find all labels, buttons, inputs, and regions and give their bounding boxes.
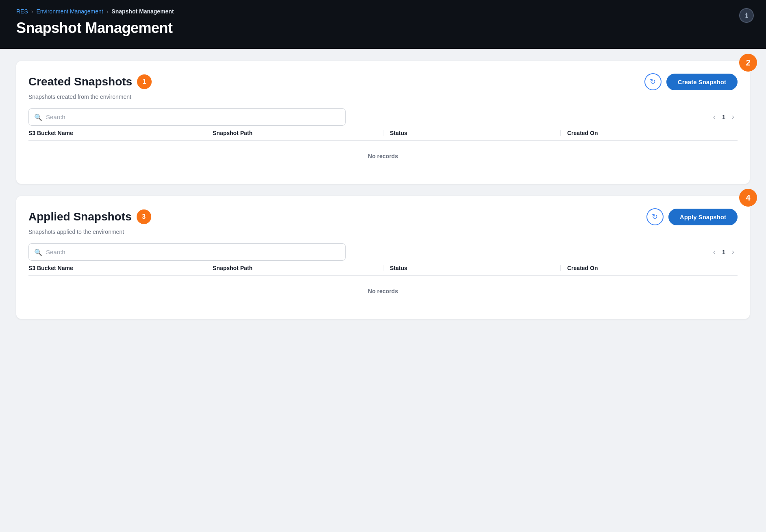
refresh-icon: ↻ bbox=[650, 77, 656, 86]
created-col-s3-bucket: S3 Bucket Name bbox=[28, 130, 206, 136]
created-prev-page[interactable]: ‹ bbox=[710, 111, 719, 123]
breadcrumb: RES › Environment Management › Snapshot … bbox=[16, 8, 750, 15]
applied-step-badge: 4 bbox=[739, 189, 757, 207]
applied-description: Snapshots applied to the environment bbox=[28, 229, 738, 235]
applied-search-wrapper: 🔍 bbox=[28, 243, 346, 261]
breadcrumb-snapshot-mgmt: Snapshot Management bbox=[111, 8, 174, 15]
applied-next-page[interactable]: › bbox=[729, 246, 738, 258]
created-card-header: Created Snapshots 1 ↻ Create Snapshot bbox=[28, 73, 738, 90]
applied-snapshots-card: 4 Applied Snapshots 3 ↻ Apply Snapshot S… bbox=[16, 196, 750, 319]
created-table-header: S3 Bucket Name Snapshot Path Status Crea… bbox=[28, 126, 738, 141]
applied-search-input[interactable] bbox=[28, 243, 346, 261]
applied-search-icon: 🔍 bbox=[34, 248, 42, 256]
created-snapshots-card: 2 Created Snapshots 1 ↻ Create Snapshot … bbox=[16, 61, 750, 184]
page-title: Snapshot Management bbox=[16, 20, 750, 37]
applied-no-records: No records bbox=[28, 276, 738, 307]
applied-table-header: S3 Bucket Name Snapshot Path Status Crea… bbox=[28, 261, 738, 276]
applied-refresh-icon: ↻ bbox=[652, 212, 658, 221]
breadcrumb-sep-2: › bbox=[107, 8, 109, 15]
breadcrumb-res[interactable]: RES bbox=[16, 8, 28, 15]
created-badge: 1 bbox=[137, 74, 152, 89]
created-description: Snapshots created from the environment bbox=[28, 94, 738, 100]
created-step-badge: 2 bbox=[739, 54, 757, 72]
created-search-icon: 🔍 bbox=[34, 113, 42, 121]
applied-col-snapshot-path: Snapshot Path bbox=[206, 265, 383, 271]
created-title-section: Created Snapshots 1 bbox=[28, 74, 152, 89]
created-search-row: 🔍 ‹ 1 › bbox=[28, 108, 738, 126]
page-header: RES › Environment Management › Snapshot … bbox=[0, 0, 766, 49]
applied-col-s3-bucket: S3 Bucket Name bbox=[28, 265, 206, 271]
created-refresh-button[interactable]: ↻ bbox=[644, 73, 662, 90]
created-search-wrapper: 🔍 bbox=[28, 108, 346, 126]
created-snapshots-title: Created Snapshots bbox=[28, 75, 132, 88]
apply-snapshot-button[interactable]: Apply Snapshot bbox=[668, 209, 738, 225]
main-content: 2 Created Snapshots 1 ↻ Create Snapshot … bbox=[0, 49, 766, 331]
applied-search-row: 🔍 ‹ 1 › bbox=[28, 243, 738, 261]
created-col-status: Status bbox=[383, 130, 560, 136]
created-search-input[interactable] bbox=[28, 108, 346, 126]
breadcrumb-env-mgmt[interactable]: Environment Management bbox=[36, 8, 103, 15]
info-icon: ℹ bbox=[745, 12, 748, 20]
applied-badge: 3 bbox=[137, 209, 151, 224]
created-card-actions: ↻ Create Snapshot bbox=[644, 73, 738, 90]
applied-card-header: Applied Snapshots 3 ↻ Apply Snapshot bbox=[28, 208, 738, 225]
info-button[interactable]: ℹ bbox=[739, 8, 754, 23]
applied-refresh-button[interactable]: ↻ bbox=[646, 208, 664, 225]
created-col-created-on: Created On bbox=[560, 130, 738, 136]
created-next-page[interactable]: › bbox=[729, 111, 738, 123]
applied-snapshots-title: Applied Snapshots bbox=[28, 210, 132, 223]
created-page-number: 1 bbox=[722, 113, 725, 120]
created-pagination: ‹ 1 › bbox=[702, 111, 738, 123]
breadcrumb-sep-1: › bbox=[31, 8, 33, 15]
applied-pagination: ‹ 1 › bbox=[702, 246, 738, 258]
applied-col-created-on: Created On bbox=[560, 265, 738, 271]
applied-prev-page[interactable]: ‹ bbox=[710, 246, 719, 258]
applied-col-status: Status bbox=[383, 265, 560, 271]
applied-card-actions: ↻ Apply Snapshot bbox=[646, 208, 738, 225]
created-no-records: No records bbox=[28, 141, 738, 172]
applied-title-section: Applied Snapshots 3 bbox=[28, 209, 151, 224]
applied-page-number: 1 bbox=[722, 249, 725, 255]
created-col-snapshot-path: Snapshot Path bbox=[206, 130, 383, 136]
create-snapshot-button[interactable]: Create Snapshot bbox=[666, 74, 738, 90]
